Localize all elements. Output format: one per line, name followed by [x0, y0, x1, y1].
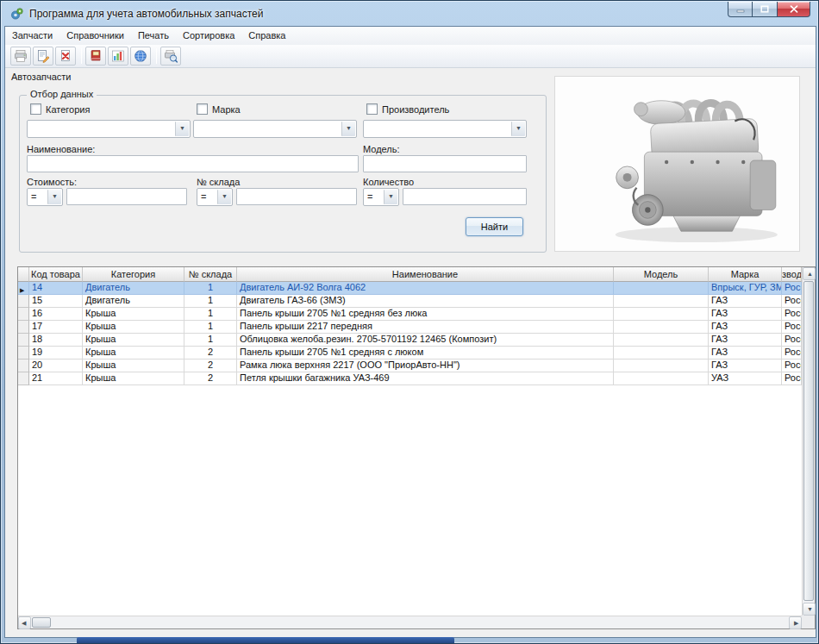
column-header[interactable]: Наименование: [237, 267, 614, 282]
horizontal-scroll-thumb[interactable]: [32, 617, 51, 628]
column-header[interactable]: Код товара: [29, 267, 83, 282]
menu-item-3[interactable]: Печать: [131, 27, 176, 45]
table-row[interactable]: 14Двигатель1Двигатель АИ-92 Волга 4062Вп…: [18, 282, 802, 295]
cell[interactable]: 1: [184, 282, 237, 295]
cell[interactable]: Крыша: [83, 360, 184, 372]
scroll-right-icon[interactable]: [789, 616, 802, 629]
chevron-down-icon[interactable]: [384, 190, 397, 204]
cell[interactable]: ГАЗ: [709, 334, 782, 347]
scroll-up-icon[interactable]: [803, 267, 816, 280]
row-selector[interactable]: [18, 360, 29, 372]
cell[interactable]: ГАЗ: [709, 360, 782, 372]
cell[interactable]: ГАЗ: [709, 308, 782, 321]
row-selector[interactable]: [18, 321, 29, 334]
title-bar[interactable]: Программа для учета автомобильных запчас…: [2, 2, 817, 26]
cell[interactable]: Росс: [782, 282, 802, 295]
menu-item-2[interactable]: Справочники: [59, 27, 131, 45]
cell[interactable]: 1: [184, 321, 237, 334]
warehouse-input[interactable]: [236, 188, 357, 205]
table-row[interactable]: 21Крыша2Петля крышки багажника УАЗ-469УА…: [18, 372, 802, 385]
table-row[interactable]: 17Крыша1Панель крыши 2217 передняяГАЗРос…: [18, 321, 802, 334]
cell[interactable]: 15: [29, 295, 83, 308]
cell[interactable]: 2: [184, 372, 237, 385]
menu-item-5[interactable]: Справка: [241, 27, 292, 45]
cell[interactable]: [614, 372, 709, 385]
cell[interactable]: 17: [29, 321, 83, 334]
cell[interactable]: 16: [29, 308, 83, 321]
column-header[interactable]: Модель: [614, 267, 709, 282]
cell[interactable]: [614, 347, 709, 360]
brand-checkbox[interactable]: [197, 103, 208, 115]
chevron-down-icon[interactable]: [47, 190, 61, 204]
cell[interactable]: ГАЗ: [709, 295, 782, 308]
cell[interactable]: ГАЗ: [709, 321, 782, 334]
scroll-left-icon[interactable]: [18, 616, 31, 629]
cell[interactable]: УАЗ: [709, 372, 782, 385]
cell[interactable]: Росс: [782, 295, 802, 308]
row-selector[interactable]: [18, 372, 29, 385]
cell[interactable]: Впрыск, ГУР, ЗМ: [709, 282, 782, 295]
category-checkbox[interactable]: [30, 103, 41, 115]
print-preview-button[interactable]: [160, 47, 181, 66]
cell[interactable]: Двигатель АИ-92 Волга 4062: [237, 282, 614, 295]
cell[interactable]: Петля крышки багажника УАЗ-469: [237, 372, 614, 385]
cell[interactable]: Росс: [782, 372, 802, 385]
cell[interactable]: Крыша: [83, 308, 184, 321]
cell[interactable]: Облицовка желоба.резин. 2705-5701192 124…: [237, 334, 614, 347]
cell[interactable]: ГАЗ: [709, 347, 782, 360]
model-input[interactable]: [363, 155, 527, 172]
cell[interactable]: [614, 282, 709, 295]
cell[interactable]: 20: [29, 360, 83, 372]
cell[interactable]: 19: [29, 347, 83, 360]
cell[interactable]: Панель крыши 2217 передняя: [237, 321, 614, 334]
cell[interactable]: [614, 321, 709, 334]
search-button[interactable]: Найти: [466, 217, 523, 236]
cell[interactable]: Крыша: [83, 334, 184, 347]
statistics-button[interactable]: [108, 47, 128, 66]
cell[interactable]: [614, 308, 709, 321]
menu-item-4[interactable]: Сортировка: [176, 27, 241, 45]
cell[interactable]: [614, 295, 709, 308]
cell[interactable]: Крыша: [83, 321, 184, 334]
scroll-down-icon[interactable]: [803, 603, 816, 616]
cost-operator-combobox[interactable]: =: [27, 188, 63, 206]
column-header[interactable]: звод: [782, 267, 802, 282]
cell[interactable]: Крыша: [83, 372, 184, 385]
row-selector[interactable]: [18, 334, 29, 347]
cell[interactable]: Росс: [782, 347, 802, 360]
warehouse-operator-combobox[interactable]: =: [197, 188, 233, 206]
delete-document-button[interactable]: [55, 47, 76, 66]
column-header[interactable]: Марка: [709, 267, 782, 282]
cell[interactable]: 14: [29, 282, 83, 295]
chevron-down-icon[interactable]: [217, 190, 231, 204]
row-selector[interactable]: [18, 282, 29, 295]
category-combobox[interactable]: [27, 120, 191, 138]
chevron-down-icon[interactable]: [511, 122, 525, 136]
cost-input[interactable]: [66, 188, 187, 205]
row-selector-header[interactable]: [18, 267, 29, 282]
cell[interactable]: Двигатель: [83, 295, 184, 308]
maximize-button[interactable]: [753, 2, 778, 17]
table-row[interactable]: 20Крыша2Рамка люка верхняя 2217 (ООО "Пр…: [18, 360, 802, 372]
cell[interactable]: Панель крыши 2705 №1 средняя с люком: [237, 347, 614, 360]
vertical-scrollbar[interactable]: [802, 267, 815, 616]
quantity-input[interactable]: [403, 188, 527, 205]
quantity-operator-combobox[interactable]: =: [363, 188, 399, 206]
manufacturer-combobox[interactable]: [363, 120, 527, 138]
cell[interactable]: 1: [184, 308, 237, 321]
minimize-button[interactable]: [728, 2, 753, 17]
cell[interactable]: Росс: [782, 321, 802, 334]
row-selector[interactable]: [18, 347, 29, 360]
row-selector[interactable]: [18, 295, 29, 308]
table-row[interactable]: 19Крыша2Панель крыши 2705 №1 средняя с л…: [18, 347, 802, 360]
brand-combobox[interactable]: [193, 120, 357, 138]
table-row[interactable]: 18Крыша1Облицовка желоба.резин. 2705-570…: [18, 334, 802, 347]
cell[interactable]: [614, 334, 709, 347]
cell[interactable]: Панель крыши 2705 №1 средняя без люка: [237, 308, 614, 321]
vertical-scroll-thumb[interactable]: [803, 281, 814, 601]
report-book-button[interactable]: [85, 47, 106, 66]
manufacturer-checkbox[interactable]: [366, 103, 378, 115]
edit-document-button[interactable]: [33, 47, 53, 66]
name-input[interactable]: [27, 155, 359, 172]
cell[interactable]: 1: [184, 295, 237, 308]
